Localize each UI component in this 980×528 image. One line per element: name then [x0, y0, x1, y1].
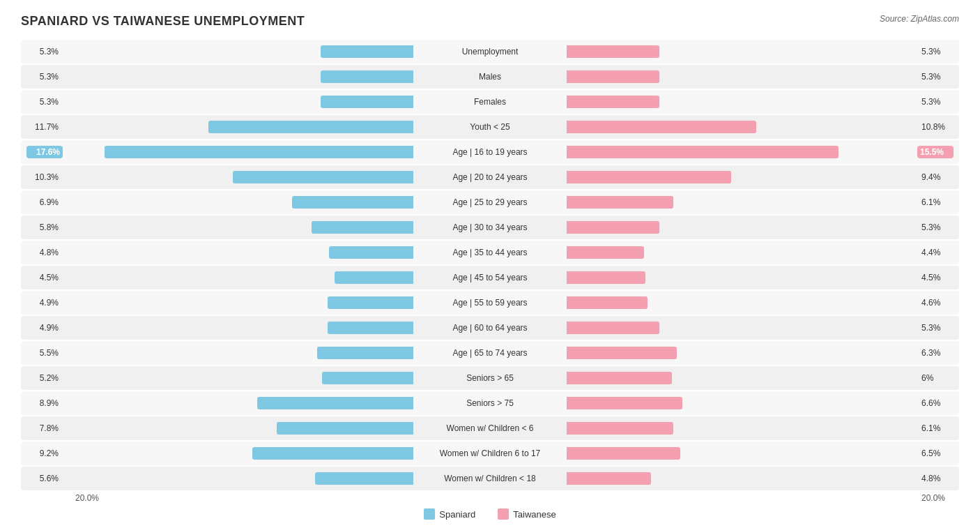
- left-value: 5.6%: [26, 474, 63, 483]
- right-value: 6.1%: [917, 197, 954, 207]
- right-value: 6%: [917, 373, 954, 383]
- left-value: 5.3%: [26, 47, 63, 56]
- bar-row: 9.2% Women w/ Children 6 to 17 6.5%: [21, 442, 959, 465]
- left-bar-wrap: [63, 345, 413, 361]
- left-bar-wrap: [63, 395, 413, 411]
- row-label: Seniors > 65: [413, 373, 567, 383]
- right-bar-wrap: [567, 395, 917, 411]
- bar-row: 4.9% Age | 60 to 64 years 5.3%: [21, 316, 959, 340]
- right-value: 4.6%: [917, 298, 954, 308]
- chart-source: Source: ZipAtlas.com: [880, 14, 959, 24]
- left-bar: [321, 70, 413, 83]
- left-bar: [329, 246, 413, 259]
- row-label: Age | 65 to 74 years: [413, 348, 567, 358]
- right-bar-wrap: [567, 471, 917, 486]
- right-bar-wrap: [567, 320, 917, 335]
- left-bar-wrap: [63, 471, 413, 486]
- right-value: 5.3%: [917, 97, 954, 107]
- left-bar-wrap: [63, 421, 413, 436]
- legend-taiwanese: Taiwanese: [498, 508, 556, 520]
- left-bar: [292, 196, 413, 209]
- left-value: 5.2%: [26, 373, 63, 383]
- rows-area: 5.3% Unemployment 5.3% 5.3% Males: [21, 40, 959, 490]
- right-bar-wrap: [567, 69, 917, 84]
- chart-header: SPANIARD VS TAIWANESE UNEMPLOYMENT Sourc…: [21, 14, 959, 29]
- left-bar-wrap: [63, 370, 413, 386]
- row-label: Age | 30 to 34 years: [413, 222, 567, 232]
- row-label: Age | 60 to 64 years: [413, 323, 567, 333]
- left-bar-wrap: [63, 144, 413, 160]
- right-bar: [567, 296, 648, 309]
- left-bar-wrap: [63, 69, 413, 84]
- bar-row: 4.5% Age | 45 to 54 years 4.5%: [21, 266, 959, 289]
- left-bar: [208, 121, 413, 133]
- left-bar-wrap: [63, 220, 413, 235]
- left-value: 9.2%: [26, 448, 63, 458]
- left-value: 17.6%: [26, 146, 63, 158]
- right-bar: [567, 45, 659, 58]
- left-bar: [257, 397, 413, 409]
- left-bar-wrap: [63, 195, 413, 210]
- left-value: 5.3%: [26, 72, 63, 82]
- right-bar: [567, 322, 659, 334]
- legend-spaniard: Spaniard: [424, 508, 475, 520]
- row-label: Males: [413, 72, 567, 82]
- row-label: Women w/ Children < 6: [413, 423, 567, 433]
- left-bar-wrap: [63, 320, 413, 335]
- right-value: 6.1%: [917, 423, 954, 433]
- bar-row: 5.5% Age | 65 to 74 years 6.3%: [21, 341, 959, 365]
- left-bar: [315, 472, 413, 485]
- left-value: 4.5%: [26, 273, 63, 282]
- axis-labels-row: 20.0% 20.0%: [21, 492, 959, 503]
- right-value: 6.6%: [917, 398, 954, 408]
- legend-spaniard-box: [424, 508, 435, 520]
- right-bar: [567, 146, 839, 158]
- axis-left-label: 20.0%: [63, 493, 99, 503]
- right-value: 5.3%: [917, 323, 954, 333]
- left-value: 5.3%: [26, 97, 63, 107]
- right-bar-wrap: [567, 421, 917, 436]
- right-bar: [567, 271, 645, 284]
- left-bar: [335, 271, 413, 284]
- legend: Spaniard Taiwanese: [21, 508, 959, 520]
- right-bar-wrap: [567, 119, 917, 135]
- bar-row: 5.2% Seniors > 65 6%: [21, 366, 959, 390]
- bar-row: 8.9% Seniors > 75 6.6%: [21, 391, 959, 415]
- right-bar-wrap: [567, 245, 917, 260]
- right-bar: [567, 196, 673, 209]
- right-value: 5.3%: [917, 222, 954, 232]
- right-bar: [567, 397, 682, 409]
- right-bar: [567, 96, 659, 108]
- right-bar: [567, 372, 672, 384]
- legend-taiwanese-label: Taiwanese: [513, 509, 556, 520]
- right-value: 10.8%: [917, 122, 954, 132]
- row-label: Age | 25 to 29 years: [413, 197, 567, 207]
- row-label: Age | 20 to 24 years: [413, 172, 567, 182]
- row-label: Youth < 25: [413, 122, 567, 132]
- right-bar-wrap: [567, 446, 917, 461]
- left-value: 4.9%: [26, 323, 63, 333]
- bar-row: 10.3% Age | 20 to 24 years 9.4%: [21, 165, 959, 189]
- bar-row: 5.3% Unemployment 5.3%: [21, 40, 959, 63]
- left-bar: [322, 372, 413, 384]
- left-bar: [312, 221, 413, 234]
- left-value: 7.8%: [26, 423, 63, 433]
- bar-row: 5.3% Females 5.3%: [21, 90, 959, 114]
- bar-row: 4.9% Age | 55 to 59 years 4.6%: [21, 291, 959, 315]
- right-bar-wrap: [567, 44, 917, 59]
- bar-row: 17.6% Age | 16 to 19 years 15.5%: [21, 140, 959, 164]
- chart-container: SPANIARD VS TAIWANESE UNEMPLOYMENT Sourc…: [0, 0, 980, 528]
- bar-row: 5.6% Women w/ Children < 18 4.8%: [21, 467, 959, 490]
- left-value: 6.9%: [26, 197, 63, 207]
- right-value: 4.8%: [917, 474, 954, 483]
- right-bar-wrap: [567, 144, 917, 160]
- bar-row: 5.8% Age | 30 to 34 years 5.3%: [21, 216, 959, 239]
- left-bar: [105, 146, 413, 158]
- right-value: 5.3%: [917, 72, 954, 82]
- left-bar: [277, 422, 413, 435]
- row-label: Age | 16 to 19 years: [413, 147, 567, 157]
- left-bar-wrap: [63, 245, 413, 260]
- left-bar-wrap: [63, 169, 413, 185]
- right-value: 6.3%: [917, 348, 954, 358]
- right-bar: [567, 246, 644, 259]
